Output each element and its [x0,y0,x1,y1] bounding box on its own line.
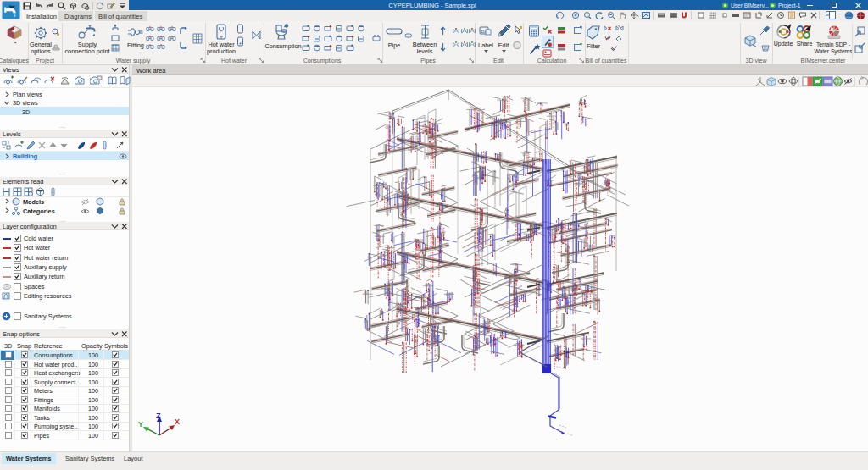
svg-text:X: X [175,417,180,426]
svg-text:Z: Z [156,412,161,420]
svg-text:Y: Y [138,420,143,429]
